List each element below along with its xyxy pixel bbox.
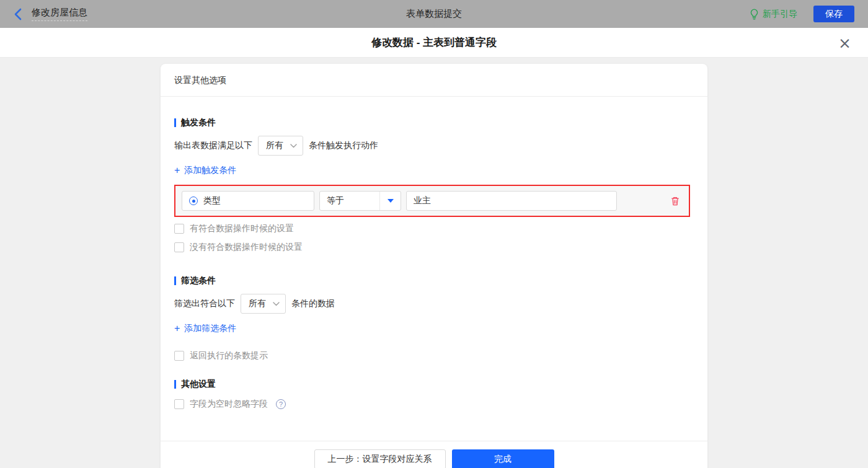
filter-checkbox-row: 返回执行的条数提示 bbox=[174, 350, 694, 361]
plus-icon: + bbox=[174, 166, 180, 175]
plus-icon: + bbox=[174, 324, 180, 333]
condition-operator-select[interactable]: 等于 bbox=[319, 191, 401, 211]
filter-match-mode-value: 所有 bbox=[249, 298, 266, 309]
card-header: 设置其他选项 bbox=[161, 64, 707, 97]
trigger-match-mode-value: 所有 bbox=[266, 140, 283, 151]
chevron-down-icon bbox=[290, 144, 297, 148]
filter-match-sentence: 筛选出符合以下 所有 条件的数据 bbox=[174, 294, 694, 314]
trigger-condition-row: 类型 等于 业主 bbox=[174, 185, 690, 217]
other-checkbox-row: 字段为空时忽略字段 ? bbox=[174, 399, 694, 410]
close-icon[interactable]: × bbox=[838, 35, 851, 50]
trigger-match-mode-select[interactable]: 所有 bbox=[258, 136, 303, 156]
trigger-title-text: 触发条件 bbox=[181, 117, 216, 128]
save-button[interactable]: 保存 bbox=[813, 6, 854, 22]
checkbox-label: 有符合数据操作时候的设置 bbox=[190, 223, 294, 234]
checkbox-label: 字段为空时忽略字段 bbox=[190, 399, 268, 410]
radio-field-type-icon bbox=[189, 196, 198, 205]
trigger-match-sentence: 输出表数据满足以下 所有 条件触发执行动作 bbox=[174, 136, 694, 156]
condition-value-text: 业主 bbox=[414, 195, 431, 206]
condition-operator-value: 等于 bbox=[320, 195, 379, 206]
modal-title: 修改数据 - 主表到普通字段 bbox=[371, 35, 497, 50]
delete-condition-icon[interactable] bbox=[670, 196, 680, 206]
section-bar-icon bbox=[174, 118, 176, 127]
lightbulb-icon bbox=[750, 9, 759, 20]
back-icon[interactable] bbox=[14, 8, 22, 20]
add-filter-condition-label: 添加筛选条件 bbox=[184, 323, 236, 334]
trigger-sentence-prefix: 输出表数据满足以下 bbox=[174, 140, 252, 151]
trigger-section-title: 触发条件 bbox=[174, 117, 694, 128]
card-footer: 上一步：设置字段对应关系 完成 bbox=[161, 441, 707, 468]
checkbox-has-matching-data[interactable] bbox=[174, 224, 184, 234]
chevron-down-icon bbox=[273, 302, 280, 306]
add-trigger-condition-label: 添加触发条件 bbox=[184, 165, 236, 176]
card-body: 触发条件 输出表数据满足以下 所有 条件触发执行动作 + 添加触发条件 bbox=[161, 97, 707, 441]
checkbox-ignore-empty-fields[interactable] bbox=[174, 399, 184, 409]
caret-down-icon bbox=[388, 199, 394, 203]
previous-step-button[interactable]: 上一步：设置字段对应关系 bbox=[314, 449, 446, 468]
section-bar-icon bbox=[174, 276, 176, 285]
help-icon[interactable]: ? bbox=[276, 399, 286, 409]
flow-name[interactable]: 修改房屋信息 bbox=[32, 7, 87, 21]
add-filter-condition-link[interactable]: + 添加筛选条件 bbox=[174, 323, 236, 334]
guide-label: 新手引导 bbox=[763, 9, 797, 20]
add-trigger-condition-link[interactable]: + 添加触发条件 bbox=[174, 165, 236, 176]
section-bar-icon bbox=[174, 380, 176, 389]
done-button[interactable]: 完成 bbox=[452, 449, 554, 468]
checkbox-label: 返回执行的条数提示 bbox=[190, 350, 268, 361]
checkbox-label: 没有符合数据操作时候的设置 bbox=[190, 242, 303, 253]
other-title-text: 其他设置 bbox=[181, 379, 216, 390]
trigger-checkbox-row-nomatch: 没有符合数据操作时候的设置 bbox=[174, 242, 694, 253]
condition-value-input[interactable]: 业主 bbox=[406, 191, 617, 211]
topbar-center-title: 表单数据提交 bbox=[0, 8, 868, 20]
condition-field-input[interactable]: 类型 bbox=[182, 191, 314, 211]
topbar: 修改房屋信息 表单数据提交 新手引导 保存 bbox=[0, 0, 868, 28]
condition-field-value: 类型 bbox=[203, 195, 221, 206]
operator-caret-zone[interactable] bbox=[379, 192, 401, 210]
checkbox-no-matching-data[interactable] bbox=[174, 242, 184, 252]
filter-title-text: 筛选条件 bbox=[181, 275, 216, 286]
modal-body: 设置其他选项 触发条件 输出表数据满足以下 所有 条件触发执行动作 + 添 bbox=[0, 64, 868, 468]
other-section-title: 其他设置 bbox=[174, 379, 694, 390]
checkbox-return-count-hint[interactable] bbox=[174, 351, 184, 361]
topbar-back-group: 修改房屋信息 bbox=[14, 7, 87, 21]
filter-section-title: 筛选条件 bbox=[174, 275, 694, 286]
guide-link[interactable]: 新手引导 bbox=[750, 9, 797, 20]
filter-match-mode-select[interactable]: 所有 bbox=[241, 294, 286, 314]
options-card: 设置其他选项 触发条件 输出表数据满足以下 所有 条件触发执行动作 + 添 bbox=[161, 64, 707, 468]
filter-sentence-suffix: 条件的数据 bbox=[291, 298, 335, 309]
trigger-sentence-suffix: 条件触发执行动作 bbox=[309, 140, 378, 151]
filter-sentence-prefix: 筛选出符合以下 bbox=[174, 298, 235, 309]
topbar-actions: 新手引导 保存 bbox=[750, 6, 854, 22]
modal-header: 修改数据 - 主表到普通字段 × bbox=[0, 28, 868, 58]
trigger-checkbox-row-match: 有符合数据操作时候的设置 bbox=[174, 223, 694, 234]
